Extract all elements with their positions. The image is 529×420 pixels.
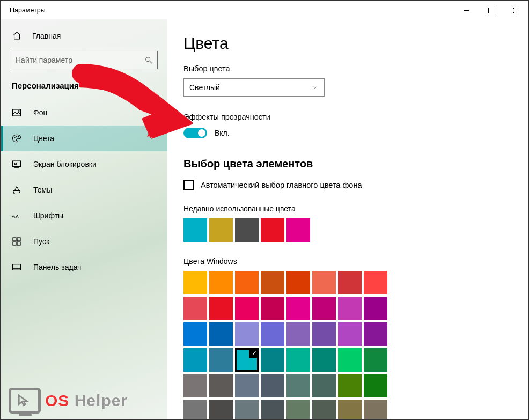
color-swatch[interactable] xyxy=(312,400,336,419)
watermark-helper: Helper xyxy=(75,392,128,409)
recent-color-swatch[interactable] xyxy=(261,218,284,242)
color-swatch[interactable] xyxy=(312,297,336,320)
svg-point-5 xyxy=(16,136,17,137)
sidebar-item-themes[interactable]: Темы xyxy=(1,177,167,203)
color-swatch[interactable] xyxy=(338,400,362,419)
recent-color-swatch[interactable] xyxy=(183,218,207,242)
color-swatch[interactable] xyxy=(338,322,362,346)
color-swatch[interactable]: ✓ xyxy=(235,348,259,372)
color-swatch[interactable] xyxy=(338,348,362,372)
transparency-toggle[interactable] xyxy=(183,128,207,138)
lockscreen-icon xyxy=(12,159,21,169)
svg-rect-12 xyxy=(13,242,16,245)
color-swatch[interactable] xyxy=(338,297,362,320)
sidebar-item-taskbar[interactable]: Панель задач xyxy=(1,254,167,280)
color-swatch[interactable] xyxy=(235,322,259,346)
sidebar-item-start[interactable]: Пуск xyxy=(1,229,167,254)
color-swatch[interactable] xyxy=(312,271,336,294)
color-swatch[interactable] xyxy=(364,374,387,397)
color-swatch[interactable] xyxy=(235,271,259,294)
sidebar-item-label: Панель задач xyxy=(33,263,81,271)
color-swatch[interactable] xyxy=(286,271,310,294)
color-swatch[interactable] xyxy=(183,348,207,372)
watermark-os: OS xyxy=(45,392,69,409)
svg-rect-13 xyxy=(17,242,20,245)
sidebar-item-label: Пуск xyxy=(33,237,49,246)
color-swatch[interactable] xyxy=(286,348,310,372)
dropdown-value: Светлый xyxy=(189,83,220,92)
maximize-button[interactable] xyxy=(479,1,503,19)
home-label: Главная xyxy=(32,32,61,40)
color-swatch[interactable] xyxy=(364,348,387,372)
color-swatch[interactable] xyxy=(235,400,259,419)
home-icon xyxy=(12,31,21,40)
color-swatch[interactable] xyxy=(286,322,310,346)
sidebar-item-label: Фон xyxy=(33,108,47,117)
color-swatch[interactable] xyxy=(209,400,233,419)
themes-icon xyxy=(12,185,21,195)
color-swatch[interactable] xyxy=(364,322,387,346)
color-swatch[interactable] xyxy=(209,322,233,346)
close-button[interactable] xyxy=(503,1,528,19)
color-swatch[interactable] xyxy=(261,374,284,397)
home-button[interactable]: Главная xyxy=(1,28,167,43)
svg-rect-8 xyxy=(14,163,16,165)
color-swatch[interactable] xyxy=(261,348,284,372)
color-swatch[interactable] xyxy=(364,297,387,320)
recent-color-swatch[interactable] xyxy=(209,218,233,242)
sidebar: Главная Найти параметр Персонализация Фо… xyxy=(1,19,167,419)
auto-pick-label: Автоматический выбор главного цвета фона xyxy=(201,181,362,189)
sidebar-item-colors[interactable]: Цвета xyxy=(1,126,167,151)
window-title: Параметры xyxy=(10,6,46,14)
accent-heading: Выбор цвета элементов xyxy=(183,158,506,170)
svg-rect-11 xyxy=(17,238,20,241)
color-swatch[interactable] xyxy=(312,348,336,372)
recent-color-swatch[interactable] xyxy=(235,218,259,242)
color-swatch[interactable] xyxy=(312,322,336,346)
color-swatch[interactable] xyxy=(364,271,387,294)
picture-icon xyxy=(12,108,21,117)
color-swatch[interactable] xyxy=(209,348,233,372)
chevron-down-icon xyxy=(311,84,319,91)
color-swatch[interactable] xyxy=(183,374,207,397)
color-swatch[interactable] xyxy=(286,297,310,320)
color-mode-dropdown[interactable]: Светлый xyxy=(183,78,325,97)
color-swatch[interactable] xyxy=(209,297,233,320)
fonts-icon: Aᴀ xyxy=(12,212,21,219)
color-swatch[interactable] xyxy=(261,322,284,346)
auto-pick-checkbox[interactable] xyxy=(183,180,194,190)
content-area: Цвета Выбор цвета Светлый Эффекты прозра… xyxy=(167,19,528,419)
color-swatch[interactable] xyxy=(235,297,259,320)
svg-point-4 xyxy=(14,137,16,138)
search-placeholder: Найти параметр xyxy=(16,56,144,64)
minimize-button[interactable] xyxy=(454,1,479,19)
sidebar-item-background[interactable]: Фон xyxy=(1,100,167,126)
svg-rect-2 xyxy=(13,109,21,116)
color-swatch[interactable] xyxy=(338,374,362,397)
color-swatch[interactable] xyxy=(261,271,284,294)
color-swatch[interactable] xyxy=(364,400,387,419)
color-swatch[interactable] xyxy=(312,374,336,397)
color-swatch[interactable] xyxy=(209,374,233,397)
color-swatch[interactable] xyxy=(183,271,207,294)
color-swatch[interactable] xyxy=(183,322,207,346)
color-swatch[interactable] xyxy=(235,374,259,397)
windows-colors-label: Цвета Windows xyxy=(183,257,506,266)
sidebar-item-fonts[interactable]: Aᴀ Шрифты xyxy=(1,203,167,229)
svg-rect-7 xyxy=(13,161,21,167)
check-icon: ✓ xyxy=(252,349,258,357)
color-swatch[interactable] xyxy=(183,400,207,419)
color-swatch[interactable] xyxy=(261,400,284,419)
search-input[interactable]: Найти параметр xyxy=(11,51,158,69)
sidebar-item-lockscreen[interactable]: Экран блокировки xyxy=(1,151,167,177)
recent-color-swatch[interactable] xyxy=(286,218,310,242)
color-swatch[interactable] xyxy=(338,271,362,294)
sidebar-item-label: Экран блокировки xyxy=(33,160,97,168)
color-swatch[interactable] xyxy=(209,271,233,294)
color-swatch[interactable] xyxy=(261,297,284,320)
section-title: Персонализация xyxy=(1,81,167,90)
color-swatch[interactable] xyxy=(286,374,310,397)
color-swatch[interactable] xyxy=(183,297,207,320)
windows-colors-grid: ✓ xyxy=(183,271,506,419)
color-swatch[interactable] xyxy=(286,400,310,419)
